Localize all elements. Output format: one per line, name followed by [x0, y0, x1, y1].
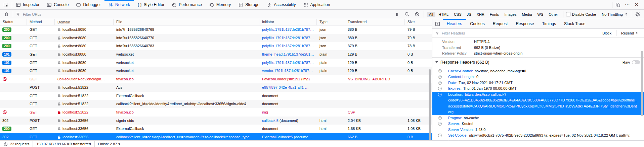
block-button[interactable]: Block	[600, 30, 614, 36]
response-header-row[interactable]: Server-Version1.43.0	[432, 127, 644, 133]
network-settings-button[interactable]	[634, 11, 641, 18]
filter-css[interactable]: CSS	[452, 12, 464, 17]
tab-response[interactable]: Response	[512, 19, 538, 28]
column-transferred[interactable]: Transferred	[345, 19, 405, 25]
tab-request[interactable]: Request	[489, 19, 512, 28]
tab-debugger[interactable]: Debugger	[72, 0, 104, 9]
initiator-link[interactable]: polyfills.1791b137de281b787…	[262, 44, 314, 48]
initiator-link[interactable]: theme_head.1791b137de281…	[262, 52, 314, 56]
column-type[interactable]: Type	[317, 19, 345, 25]
help-icon[interactable]	[438, 134, 442, 137]
tab-accessibility[interactable]: Accessibility	[263, 0, 299, 9]
filter-xhr[interactable]: XHR	[474, 12, 487, 17]
table-row[interactable]: 302 GET localhost:33656 callback?client_…	[0, 133, 432, 140]
more-options-button[interactable]: ⋯	[623, 1, 631, 9]
tab-network[interactable]: Network	[104, 0, 134, 9]
file-cell: info?t=1635826640783	[114, 42, 259, 50]
initiator-link[interactable]: polyfills.1791b137de281b787…	[262, 61, 314, 65]
filter-html[interactable]: HTML	[436, 12, 451, 17]
resend-button[interactable]: Resend	[618, 30, 641, 36]
table-row[interactable]: POST localhost:51822 Acs e957f897-042e-4…	[0, 83, 432, 92]
table-row[interactable]: GET localhost:51822 callback?client_id=o…	[0, 100, 432, 108]
help-icon[interactable]	[438, 87, 442, 90]
disable-cache-checkbox[interactable]	[566, 12, 570, 16]
column-domain[interactable]: Domain	[55, 19, 114, 25]
requests-count[interactable]: 22 requests	[3, 142, 29, 146]
table-row[interactable]: GET 8bit-solutions-dev.onelogin… favicon…	[0, 75, 432, 83]
status-cell: 302	[0, 117, 27, 125]
filter-urls-input[interactable]	[22, 12, 391, 17]
filter-media[interactable]: Media	[519, 12, 534, 17]
table-row[interactable]: 200 GET localhost:8080 info?t=1635826640…	[0, 42, 432, 50]
filter-js[interactable]: JS	[465, 12, 474, 17]
response-header-row[interactable]: ExpiresThu, 01 Jan 1970 00:00:00 GMT	[432, 86, 644, 92]
raw-toggle[interactable]	[632, 60, 640, 64]
column-status[interactable]: Status	[0, 19, 27, 25]
throttling-dropdown[interactable]: No Throttling	[602, 12, 628, 16]
details-scrollbar-thumb[interactable]	[641, 51, 643, 116]
table-row[interactable]: 200 GET localhost:33656 ExternalCallback…	[0, 125, 432, 133]
disable-cache-control[interactable]: Disable Cache	[566, 12, 596, 16]
pick-element-button[interactable]	[0, 0, 12, 9]
initiator-link[interactable]: polyfills.1791b137de281b787…	[262, 27, 314, 31]
help-icon[interactable]	[438, 81, 442, 85]
response-header-row[interactable]: ServerKestrel	[432, 121, 644, 127]
response-header-row[interactable]: Set-Cookieidsrv=adf6cba1-7075-402b-9ec3-…	[432, 133, 644, 140]
response-header-row[interactable]: Content-Length0	[432, 74, 644, 80]
help-icon[interactable]	[438, 93, 442, 96]
tab-application[interactable]: Application	[300, 0, 334, 9]
block-requests-button[interactable]	[414, 11, 421, 18]
expand-panel-button[interactable]	[432, 19, 443, 28]
filter-ws[interactable]: WS	[535, 12, 546, 17]
search-button[interactable]	[403, 11, 411, 18]
help-icon[interactable]	[438, 75, 442, 79]
column-file[interactable]: File	[114, 19, 259, 25]
header-value: idsrv=adf6cba1-7075-402b-9ec3-2332fa8693…	[448, 133, 630, 140]
tab-stack-trace[interactable]: Stack Trace	[560, 19, 589, 28]
tab-style-editor[interactable]: { } Style Editor	[134, 0, 168, 9]
response-headers-section-header[interactable]: Response Headers (662 B) Raw	[432, 58, 644, 67]
close-devtools-button[interactable]: ✕	[633, 1, 641, 9]
network-icon	[108, 2, 113, 7]
column-method[interactable]: Method	[27, 19, 55, 25]
filter-headers-input[interactable]	[441, 31, 598, 35]
help-icon[interactable]	[438, 69, 442, 73]
tab-cookies[interactable]: Cookies	[466, 19, 488, 28]
tab-console[interactable]: Console	[43, 0, 72, 9]
tab-performance[interactable]: Performance	[168, 0, 206, 9]
filter-all[interactable]: All	[427, 12, 435, 17]
response-header-row[interactable]: DateTue, 02 Nov 2021 04:17:21 GMT	[432, 80, 644, 86]
filter-images[interactable]: Images	[502, 12, 519, 17]
help-icon[interactable]	[438, 122, 442, 126]
table-row[interactable]: 101 GET localhost:8080 websocket polyfil…	[0, 59, 432, 67]
pause-recording-button[interactable]	[393, 11, 401, 18]
response-header-row[interactable]: Cache-Controlno-store, no-cache, max-age…	[432, 68, 644, 74]
table-row[interactable]: 302 POST localhost:33656 signin-oidc cal…	[0, 117, 432, 125]
initiator-link[interactable]: e957f897-042e-4ba1-aff1-…	[262, 85, 309, 89]
table-row[interactable]: 200 GET localhost:8080 info?t=1635826640…	[0, 25, 432, 34]
response-header-row[interactable]: Pragmano-cache	[432, 115, 644, 121]
column-initiator[interactable]: Initiator	[259, 19, 317, 25]
filter-fonts[interactable]: Fonts	[487, 12, 502, 17]
initiator-link[interactable]: vendor.1791b137de281b787…	[262, 69, 313, 73]
initiator-link[interactable]: polyfills.1791b137de281b787…	[262, 36, 314, 40]
tab-headers[interactable]: Headers	[443, 19, 466, 28]
domain-cell: localhost:8080	[55, 59, 114, 67]
table-row[interactable]: 101 GET localhost:8080 websocket theme_h…	[0, 50, 432, 59]
initiator-link[interactable]: callback:5	[262, 119, 278, 123]
table-row[interactable]: 200 GET localhost:8080 info?t=1635826640…	[0, 34, 432, 42]
tab-inspector[interactable]: Inspector	[12, 0, 43, 9]
response-header-row[interactable]: Locationbitwarden://sso-callback?code=96…	[432, 92, 644, 115]
column-size[interactable]: Size	[405, 19, 432, 25]
table-row[interactable]: 101 GET localhost:8080 websocket vendor.…	[0, 67, 432, 75]
table-row[interactable]: GET localhost:51822 favicon.ico img CSP	[0, 108, 432, 117]
table-row[interactable]: GET localhost:51822 ExternalCallback doc…	[0, 92, 432, 100]
responsive-design-mode-button[interactable]	[614, 1, 622, 9]
clear-requests-button[interactable]	[3, 11, 10, 18]
request-list-scrollbar-thumb[interactable]	[429, 69, 431, 140]
tab-storage[interactable]: Storage	[234, 0, 263, 9]
help-icon[interactable]	[438, 116, 442, 120]
tab-timings[interactable]: Timings	[538, 19, 560, 28]
tab-memory[interactable]: Memory	[206, 0, 234, 9]
filter-other[interactable]: Other	[546, 12, 560, 17]
